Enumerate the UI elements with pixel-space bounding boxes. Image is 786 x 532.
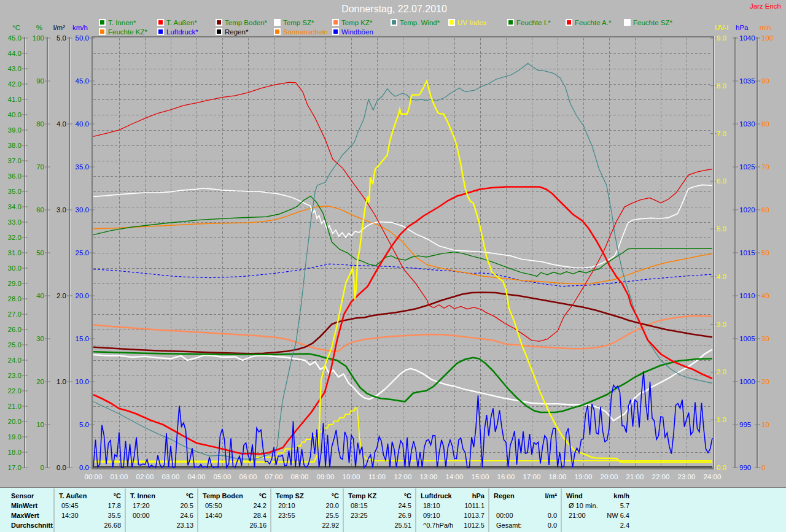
svg-text:45.0: 45.0	[76, 77, 89, 85]
svg-text:10: 10	[36, 421, 44, 428]
svg-text:2.0: 2.0	[56, 292, 66, 299]
svg-text:T. Außen: T. Außen	[59, 492, 87, 499]
svg-text:15.0: 15.0	[76, 335, 89, 342]
svg-text:20:10: 20:10	[278, 502, 295, 509]
svg-text:26.9: 26.9	[399, 512, 411, 519]
svg-text:26.68: 26.68	[104, 522, 121, 529]
svg-text:Feuchte KZ*: Feuchte KZ*	[108, 28, 147, 36]
svg-text:4.0: 4.0	[717, 273, 726, 280]
svg-text:1040: 1040	[739, 34, 755, 42]
svg-text:26.0: 26.0	[8, 326, 21, 333]
svg-text:Temp SZ: Temp SZ	[276, 492, 304, 499]
svg-text:06:00: 06:00	[239, 473, 257, 480]
svg-text:9.0: 9.0	[717, 34, 726, 42]
svg-text:min: min	[760, 24, 771, 31]
svg-text:40.0: 40.0	[8, 111, 21, 118]
svg-text:20: 20	[36, 378, 44, 385]
svg-text:990: 990	[739, 464, 751, 471]
svg-text:Temp KZ*: Temp KZ*	[341, 19, 373, 26]
svg-text:°C: °C	[259, 492, 267, 499]
svg-text:08:15: 08:15	[351, 502, 368, 509]
svg-text:18.0: 18.0	[8, 449, 21, 456]
svg-text:17:00: 17:00	[523, 473, 541, 480]
svg-text:02:00: 02:00	[136, 473, 154, 480]
svg-text:14:00: 14:00	[446, 473, 464, 480]
svg-text:30.0: 30.0	[76, 206, 89, 214]
svg-text:24.5: 24.5	[399, 502, 411, 509]
svg-text:2.4: 2.4	[620, 522, 629, 529]
svg-text:100: 100	[761, 34, 773, 42]
svg-text:15:00: 15:00	[472, 473, 489, 480]
svg-text:^0.7hPa/h: ^0.7hPa/h	[423, 522, 453, 529]
svg-text:37.0: 37.0	[8, 157, 21, 164]
svg-text:1030: 1030	[739, 120, 755, 128]
svg-text:Regen*: Regen*	[225, 28, 249, 36]
svg-text:0.0: 0.0	[79, 464, 89, 471]
svg-text:0.0: 0.0	[548, 512, 557, 519]
svg-text:MaxWert: MaxWert	[11, 512, 39, 519]
svg-text:17.0: 17.0	[8, 464, 21, 471]
svg-text:19:00: 19:00	[575, 473, 593, 480]
svg-text:40.0: 40.0	[76, 120, 89, 128]
svg-text:50: 50	[36, 249, 44, 256]
svg-text:10: 10	[761, 421, 769, 428]
svg-text:21:00: 21:00	[626, 473, 644, 480]
svg-text:0.0: 0.0	[717, 464, 726, 471]
svg-text:35.0: 35.0	[76, 163, 89, 171]
svg-text:24.0: 24.0	[8, 357, 21, 364]
svg-text:23:00: 23:00	[678, 473, 696, 480]
svg-text:29.0: 29.0	[8, 280, 21, 287]
svg-text:05:50: 05:50	[205, 502, 222, 509]
svg-text:42.0: 42.0	[8, 80, 21, 88]
svg-text:6.0: 6.0	[717, 177, 726, 185]
svg-text:°C: °C	[186, 492, 193, 499]
svg-text:00:00: 00:00	[85, 473, 103, 480]
svg-text:35.0: 35.0	[8, 188, 21, 195]
svg-text:14:30: 14:30	[61, 512, 79, 519]
svg-text:22:00: 22:00	[652, 473, 670, 480]
svg-text:08:00: 08:00	[291, 473, 309, 480]
svg-text:Jarz Erich: Jarz Erich	[750, 2, 781, 10]
svg-text:39.0: 39.0	[8, 126, 21, 134]
svg-text:20:00: 20:00	[601, 473, 618, 480]
svg-text:70: 70	[36, 163, 44, 171]
svg-text:22.0: 22.0	[8, 387, 21, 395]
svg-text:35.5: 35.5	[108, 512, 121, 519]
svg-text:41.0: 41.0	[8, 96, 21, 103]
svg-text:°C: °C	[114, 492, 121, 499]
svg-text:Feuchte A.*: Feuchte A.*	[575, 19, 612, 26]
svg-text:26.16: 26.16	[249, 522, 267, 529]
svg-text:°C: °C	[12, 24, 20, 31]
svg-text:1005: 1005	[739, 335, 755, 342]
svg-text:24.2: 24.2	[254, 502, 267, 509]
svg-text:Temp Boden*: Temp Boden*	[225, 19, 268, 26]
svg-text:04:00: 04:00	[188, 473, 206, 480]
svg-text:27.0: 27.0	[8, 310, 21, 318]
svg-text:0.0: 0.0	[56, 464, 66, 471]
svg-text:43.0: 43.0	[8, 65, 21, 72]
svg-text:0: 0	[761, 464, 765, 471]
svg-text:Feuchte I.*: Feuchte I.*	[516, 19, 551, 26]
svg-text:1020: 1020	[739, 206, 755, 214]
svg-text:70: 70	[761, 163, 769, 171]
svg-text:16:00: 16:00	[497, 473, 515, 480]
svg-text:05:45: 05:45	[61, 502, 79, 509]
svg-text:20.0: 20.0	[8, 418, 21, 425]
svg-text:Sonnenschein: Sonnenschein	[283, 28, 328, 36]
svg-text:1.0: 1.0	[717, 416, 726, 423]
svg-text:Temp. Wind*: Temp. Wind*	[400, 19, 440, 26]
svg-text:°C: °C	[332, 492, 339, 499]
svg-text:09:00: 09:00	[317, 473, 335, 480]
svg-text:Windböen: Windböen	[341, 28, 373, 36]
svg-text:1010: 1010	[739, 292, 755, 299]
svg-text:03:00: 03:00	[162, 473, 180, 480]
svg-text:5.0: 5.0	[56, 34, 66, 42]
svg-text:Gesamt:: Gesamt:	[496, 522, 522, 529]
svg-text:80: 80	[761, 120, 769, 128]
svg-text:100: 100	[33, 34, 44, 42]
svg-text:°C: °C	[404, 492, 411, 499]
svg-text:50: 50	[761, 249, 769, 256]
svg-text:Feuchte SZ*: Feuchte SZ*	[633, 19, 672, 26]
svg-text:45.0: 45.0	[8, 34, 21, 42]
svg-text:20: 20	[761, 378, 769, 385]
